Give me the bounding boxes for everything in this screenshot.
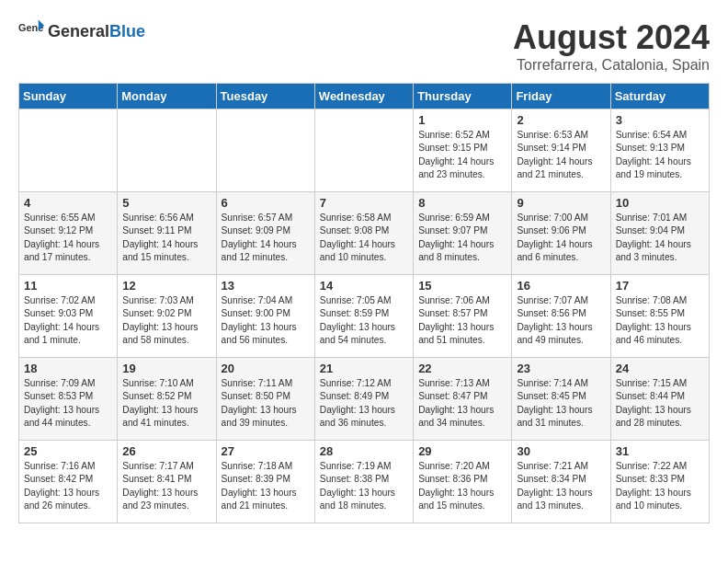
cell-content: Sunrise: 7:00 AM Sunset: 9:06 PM Dayligh…	[517, 212, 605, 264]
table-cell	[314, 109, 413, 192]
table-cell: 28Sunrise: 7:19 AM Sunset: 8:38 PM Dayli…	[314, 441, 413, 523]
table-cell: 29Sunrise: 7:20 AM Sunset: 8:36 PM Dayli…	[414, 441, 512, 523]
logo: General GeneralBlue	[18, 18, 145, 44]
header-saturday: Saturday	[610, 84, 709, 109]
cell-content: Sunrise: 6:52 AM Sunset: 9:15 PM Dayligh…	[418, 129, 506, 181]
cell-content: Sunrise: 7:03 AM Sunset: 9:02 PM Dayligh…	[122, 294, 210, 347]
day-number: 3	[616, 113, 704, 127]
cell-content: Sunrise: 7:11 AM Sunset: 8:50 PM Dayligh…	[222, 377, 310, 430]
logo-blue-text: Blue	[109, 22, 145, 40]
week-row-4: 18Sunrise: 7:09 AM Sunset: 8:53 PM Dayli…	[19, 358, 710, 441]
table-cell: 5Sunrise: 6:56 AM Sunset: 9:11 PM Daylig…	[118, 192, 216, 275]
table-cell: 12Sunrise: 7:03 AM Sunset: 9:02 PM Dayli…	[118, 275, 216, 358]
table-cell: 2Sunrise: 6:53 AM Sunset: 9:14 PM Daylig…	[512, 109, 610, 192]
day-number: 8	[418, 196, 506, 210]
day-number: 5	[122, 196, 210, 210]
table-cell: 9Sunrise: 7:00 AM Sunset: 9:06 PM Daylig…	[512, 192, 610, 275]
day-number: 28	[320, 444, 408, 458]
week-row-1: 1Sunrise: 6:52 AM Sunset: 9:15 PM Daylig…	[19, 109, 710, 192]
table-cell: 13Sunrise: 7:04 AM Sunset: 9:00 PM Dayli…	[216, 275, 314, 358]
day-number: 6	[222, 196, 310, 210]
cell-content: Sunrise: 7:16 AM Sunset: 8:42 PM Dayligh…	[24, 460, 112, 512]
cell-content: Sunrise: 7:12 AM Sunset: 8:49 PM Dayligh…	[320, 377, 408, 430]
table-cell: 20Sunrise: 7:11 AM Sunset: 8:50 PM Dayli…	[216, 358, 314, 441]
day-number: 17	[616, 279, 704, 293]
day-number: 11	[24, 279, 112, 293]
table-cell: 26Sunrise: 7:17 AM Sunset: 8:41 PM Dayli…	[118, 441, 216, 523]
cell-content: Sunrise: 7:19 AM Sunset: 8:38 PM Dayligh…	[320, 460, 408, 512]
calendar-table: SundayMondayTuesdayWednesdayThursdayFrid…	[18, 83, 710, 523]
cell-content: Sunrise: 7:21 AM Sunset: 8:34 PM Dayligh…	[517, 460, 605, 512]
table-cell: 6Sunrise: 6:57 AM Sunset: 9:09 PM Daylig…	[216, 192, 314, 275]
day-number: 10	[616, 196, 704, 210]
day-number: 27	[222, 444, 310, 458]
cell-content: Sunrise: 7:09 AM Sunset: 8:53 PM Dayligh…	[24, 377, 112, 430]
cell-content: Sunrise: 7:05 AM Sunset: 8:59 PM Dayligh…	[320, 294, 408, 347]
table-cell: 7Sunrise: 6:58 AM Sunset: 9:08 PM Daylig…	[314, 192, 413, 275]
cell-content: Sunrise: 7:08 AM Sunset: 8:55 PM Dayligh…	[616, 294, 704, 347]
cell-content: Sunrise: 7:22 AM Sunset: 8:33 PM Dayligh…	[616, 460, 704, 512]
cell-content: Sunrise: 6:54 AM Sunset: 9:13 PM Dayligh…	[616, 129, 704, 181]
day-number: 30	[517, 444, 605, 458]
table-cell: 14Sunrise: 7:05 AM Sunset: 8:59 PM Dayli…	[314, 275, 413, 358]
day-number: 23	[517, 362, 605, 375]
day-number: 13	[222, 279, 310, 293]
cell-content: Sunrise: 7:04 AM Sunset: 9:00 PM Dayligh…	[222, 294, 310, 347]
week-row-5: 25Sunrise: 7:16 AM Sunset: 8:42 PM Dayli…	[19, 441, 710, 523]
table-cell: 11Sunrise: 7:02 AM Sunset: 9:03 PM Dayli…	[19, 275, 118, 358]
header-thursday: Thursday	[414, 84, 512, 109]
cell-content: Sunrise: 7:18 AM Sunset: 8:39 PM Dayligh…	[222, 460, 310, 512]
day-number: 18	[24, 362, 112, 375]
table-cell: 8Sunrise: 6:59 AM Sunset: 9:07 PM Daylig…	[414, 192, 512, 275]
table-cell: 21Sunrise: 7:12 AM Sunset: 8:49 PM Dayli…	[314, 358, 413, 441]
table-cell	[19, 109, 118, 192]
week-row-2: 4Sunrise: 6:55 AM Sunset: 9:12 PM Daylig…	[19, 192, 710, 275]
table-cell: 10Sunrise: 7:01 AM Sunset: 9:04 PM Dayli…	[610, 192, 709, 275]
calendar-header-row: SundayMondayTuesdayWednesdayThursdayFrid…	[19, 84, 710, 109]
day-number: 15	[418, 279, 506, 293]
month-year-title: August 2024	[513, 18, 710, 57]
table-cell: 18Sunrise: 7:09 AM Sunset: 8:53 PM Dayli…	[19, 358, 118, 441]
cell-content: Sunrise: 7:02 AM Sunset: 9:03 PM Dayligh…	[24, 294, 112, 347]
cell-content: Sunrise: 7:01 AM Sunset: 9:04 PM Dayligh…	[616, 212, 704, 264]
cell-content: Sunrise: 7:20 AM Sunset: 8:36 PM Dayligh…	[418, 460, 506, 512]
table-cell: 24Sunrise: 7:15 AM Sunset: 8:44 PM Dayli…	[610, 358, 709, 441]
table-cell: 22Sunrise: 7:13 AM Sunset: 8:47 PM Dayli…	[414, 358, 512, 441]
table-cell: 27Sunrise: 7:18 AM Sunset: 8:39 PM Dayli…	[216, 441, 314, 523]
day-number: 24	[616, 362, 704, 375]
table-cell	[118, 109, 216, 192]
cell-content: Sunrise: 6:59 AM Sunset: 9:07 PM Dayligh…	[418, 212, 506, 264]
day-number: 20	[222, 362, 310, 375]
day-number: 21	[320, 362, 408, 375]
table-cell: 23Sunrise: 7:14 AM Sunset: 8:45 PM Dayli…	[512, 358, 610, 441]
cell-content: Sunrise: 7:17 AM Sunset: 8:41 PM Dayligh…	[122, 460, 210, 512]
table-cell: 19Sunrise: 7:10 AM Sunset: 8:52 PM Dayli…	[118, 358, 216, 441]
table-cell: 15Sunrise: 7:06 AM Sunset: 8:57 PM Dayli…	[414, 275, 512, 358]
cell-content: Sunrise: 7:07 AM Sunset: 8:56 PM Dayligh…	[517, 294, 605, 347]
cell-content: Sunrise: 6:55 AM Sunset: 9:12 PM Dayligh…	[24, 212, 112, 264]
table-cell: 17Sunrise: 7:08 AM Sunset: 8:55 PM Dayli…	[610, 275, 709, 358]
header-monday: Monday	[118, 84, 216, 109]
cell-content: Sunrise: 7:15 AM Sunset: 8:44 PM Dayligh…	[616, 377, 704, 430]
day-number: 4	[24, 196, 112, 210]
header-wednesday: Wednesday	[314, 84, 413, 109]
day-number: 9	[517, 196, 605, 210]
table-cell: 16Sunrise: 7:07 AM Sunset: 8:56 PM Dayli…	[512, 275, 610, 358]
table-cell: 4Sunrise: 6:55 AM Sunset: 9:12 PM Daylig…	[19, 192, 118, 275]
day-number: 12	[122, 279, 210, 293]
cell-content: Sunrise: 7:10 AM Sunset: 8:52 PM Dayligh…	[122, 377, 210, 430]
table-cell: 30Sunrise: 7:21 AM Sunset: 8:34 PM Dayli…	[512, 441, 610, 523]
header-sunday: Sunday	[19, 84, 118, 109]
cell-content: Sunrise: 7:13 AM Sunset: 8:47 PM Dayligh…	[418, 377, 506, 430]
day-number: 31	[616, 444, 704, 458]
day-number: 1	[418, 113, 506, 127]
day-number: 26	[122, 444, 210, 458]
logo-general-text: General	[48, 22, 109, 40]
cell-content: Sunrise: 7:14 AM Sunset: 8:45 PM Dayligh…	[517, 377, 605, 430]
day-number: 19	[122, 362, 210, 375]
header-friday: Friday	[512, 84, 610, 109]
title-section: August 2024 Torrefarrera, Catalonia, Spa…	[513, 18, 710, 74]
header-tuesday: Tuesday	[216, 84, 314, 109]
day-number: 16	[517, 279, 605, 293]
logo-icon: General	[18, 18, 44, 44]
